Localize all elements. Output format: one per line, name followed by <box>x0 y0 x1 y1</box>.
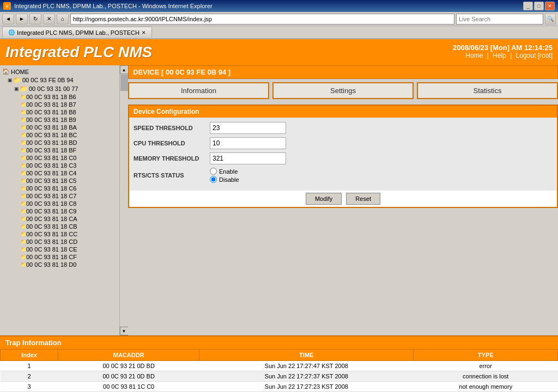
sidebar-item-c6[interactable]: 📁 00 0C 93 81 18 C6 <box>2 185 119 192</box>
stop-button[interactable]: ✕ <box>43 14 55 24</box>
scroll-thumb[interactable] <box>120 75 128 91</box>
search-button[interactable]: 🔍 <box>545 14 556 24</box>
sidebar-item-c3[interactable]: 📁 00 0C 93 81 18 C3 <box>2 162 119 169</box>
sidebar-item-bf[interactable]: 📁 00 0C 93 81 18 BF <box>2 146 119 154</box>
cpu-threshold-label: CPU THRESHOLD <box>134 140 210 146</box>
reset-button[interactable]: Reset <box>346 193 380 205</box>
sidebar-item-c5[interactable]: 📁 00 0C 93 81 18 C5 <box>2 177 119 185</box>
rts-cts-label: RTS/CTS STATUS <box>134 172 210 179</box>
home-link[interactable]: Home <box>465 52 483 59</box>
speed-threshold-label: SPEED THRESHOLD <box>134 125 210 131</box>
header-links: Home | Help | Logout [root] <box>453 52 553 59</box>
scroll-down-button[interactable]: ▼ <box>120 327 129 335</box>
folder-icon-2: 📁 <box>20 85 28 93</box>
page-content: Integrated PLC NMS 2008/06/23 [Mon] AM 1… <box>0 39 558 392</box>
enable-radio[interactable] <box>210 168 217 175</box>
trap-cell-time: Sun Jun 22 17:27:47 KST 2008 <box>199 361 414 371</box>
sidebar-item-cb[interactable]: 📁 00 0C 93 81 18 CB <box>2 223 119 230</box>
disable-label: Disable <box>219 176 239 183</box>
refresh-button[interactable]: ↻ <box>29 14 41 24</box>
trap-cell-macaddr: 00 0C 93 21 0D BD <box>58 371 199 382</box>
disable-radio[interactable] <box>210 176 217 183</box>
device-label-1: 00 0C 93 FE 0B 94 <box>22 77 74 83</box>
sidebar-item-b9[interactable]: 📁 00 0C 93 81 18 B9 <box>2 116 119 124</box>
sidebar-item-ce[interactable]: 📁 00 0C 93 81 18 CE <box>2 246 119 253</box>
enable-radio-item[interactable]: Enable <box>210 168 239 175</box>
user-label: [root] <box>538 52 553 59</box>
tab-settings[interactable]: Settings <box>272 82 414 99</box>
address-bar[interactable] <box>70 14 454 24</box>
cpu-threshold-input[interactable] <box>210 137 286 149</box>
sidebar: 🏠 HOME ▣ 📁 00 0C 93 FE 0B 94 ▣ 📁 00 0C 9… <box>0 65 128 335</box>
trap-cell-macaddr: 00 0C 93 21 0D BD <box>58 361 199 371</box>
trap-cell-time: Sun Jun 22 17:27:23 KST 2008 <box>199 382 414 392</box>
window-controls: _ □ ✕ <box>523 2 555 10</box>
sidebar-item-bd[interactable]: 📁 00 0C 93 81 18 BD <box>2 139 119 146</box>
modify-button[interactable]: Modify <box>306 193 342 205</box>
forward-button[interactable]: ► <box>16 14 28 24</box>
memory-threshold-label: MEMORY THRESHOLD <box>134 155 210 162</box>
sidebar-item-cf[interactable]: 📁 00 0C 93 81 18 CF <box>2 253 119 261</box>
sidebar-item-c9[interactable]: 📁 00 0C 93 81 18 C9 <box>2 207 119 215</box>
browser-toolbar: ◄ ► ↻ ✕ ⌂ 🔍 <box>0 12 558 26</box>
device-header: DEVICE [ 00 0C 93 FE 0B 94 ] <box>128 65 558 79</box>
maximize-button[interactable]: □ <box>534 2 544 10</box>
minimize-button[interactable]: _ <box>523 2 533 10</box>
sidebar-item-cc[interactable]: 📁 00 0C 93 81 18 CC <box>2 230 119 238</box>
browser-titlebar: e Integrated PLC NMS, DPMM Lab., POSTECH… <box>0 0 558 12</box>
page-title: Integrated PLC NMS <box>5 44 152 61</box>
logout-link[interactable]: Logout <box>516 52 536 59</box>
sidebar-scrollbar[interactable]: ▲ ▼ <box>119 65 128 335</box>
collapse-icon: ▣ <box>8 77 12 83</box>
home-label: HOME <box>11 69 29 75</box>
device-id-label: DEVICE <box>133 68 159 76</box>
main-layout: 🏠 HOME ▣ 📁 00 0C 93 FE 0B 94 ▣ 📁 00 0C 9… <box>0 65 558 335</box>
home-nav-button[interactable]: ⌂ <box>57 14 69 24</box>
trap-cell-index: 3 <box>1 382 58 392</box>
memory-threshold-input[interactable] <box>210 152 286 164</box>
cpu-threshold-row: CPU THRESHOLD <box>134 137 553 149</box>
speed-threshold-input[interactable] <box>210 122 286 134</box>
scroll-up-button[interactable]: ▲ <box>120 65 129 74</box>
tab-information[interactable]: Information <box>128 82 269 99</box>
sidebar-item-device1[interactable]: ▣ 📁 00 0C 93 FE 0B 94 <box>2 76 119 84</box>
help-link[interactable]: Help <box>493 52 506 59</box>
sidebar-item-b8[interactable]: 📁 00 0C 93 81 18 B8 <box>2 108 119 116</box>
sidebar-item-c4[interactable]: 📁 00 0C 93 81 18 C4 <box>2 169 119 177</box>
sidebar-item-c0[interactable]: 📁 00 0C 93 81 18 C0 <box>2 154 119 162</box>
sidebar-item-d0[interactable]: 📁 00 0C 93 81 18 D0 <box>2 261 119 268</box>
page-header: Integrated PLC NMS 2008/06/23 [Mon] AM 1… <box>0 39 558 65</box>
col-index: Index <box>1 350 58 361</box>
sidebar-item-home[interactable]: 🏠 HOME <box>2 68 119 76</box>
trap-cell-type: connection is lost <box>414 371 558 382</box>
header-right: 2008/06/23 [Mon] AM 12:14:25 Home | Help… <box>453 44 553 59</box>
browser-icon: e <box>3 2 11 10</box>
sidebar-item-ca[interactable]: 📁 00 0C 93 81 18 CA <box>2 215 119 223</box>
trap-cell-type: error <box>414 361 558 371</box>
config-panel-header: Device Configuration <box>129 106 557 118</box>
sidebar-item-b6[interactable]: 📁 00 0C 93 81 18 B6 <box>2 93 119 101</box>
sidebar-item-c8[interactable]: 📁 00 0C 93 81 18 C8 <box>2 200 119 207</box>
browser-tab[interactable]: 🌐 Integrated PLC NMS, DPMM Lab., POSTECH… <box>2 27 152 38</box>
tab-close-button[interactable]: ✕ <box>142 30 146 35</box>
back-button[interactable]: ◄ <box>2 14 14 24</box>
sidebar-item-device2[interactable]: ▣ 📁 00 0C 93 31 00 77 <box>2 84 119 93</box>
col-type: TYPE <box>414 350 558 361</box>
sidebar-item-c7[interactable]: 📁 00 0C 93 81 18 C7 <box>2 192 119 200</box>
trap-header: Trap Information <box>0 336 558 349</box>
sidebar-item-b7[interactable]: 📁 00 0C 93 81 18 B7 <box>2 101 119 108</box>
action-buttons: Modify Reset <box>129 191 557 207</box>
search-input[interactable] <box>456 14 543 24</box>
trap-cell-time: Sun Jun 22 17:27:37 KST 2008 <box>199 371 414 382</box>
sidebar-item-cd[interactable]: 📁 00 0C 93 81 18 CD <box>2 238 119 246</box>
sidebar-item-ba[interactable]: 📁 00 0C 93 81 18 BA <box>2 124 119 131</box>
header-date: 2008/06/23 [Mon] AM 12:14:25 <box>453 44 553 52</box>
tab-label: Integrated PLC NMS, DPMM Lab., POSTECH <box>17 29 140 36</box>
sidebar-item-bc[interactable]: 📁 00 0C 93 81 18 BC <box>2 131 119 139</box>
tab-icon: 🌐 <box>8 29 15 35</box>
disable-radio-item[interactable]: Disable <box>210 176 239 183</box>
memory-threshold-row: MEMORY THRESHOLD <box>134 152 553 164</box>
trap-cell-type: not enough memory <box>414 382 558 392</box>
tab-statistics[interactable]: Statistics <box>417 82 558 99</box>
close-button[interactable]: ✕ <box>545 2 555 10</box>
